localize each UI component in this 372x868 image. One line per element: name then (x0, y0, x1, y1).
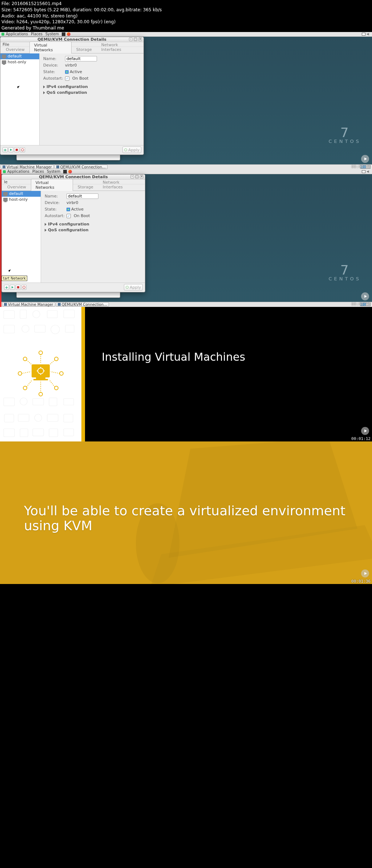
activities-icon[interactable] (3, 170, 6, 173)
stop-network-button[interactable] (16, 285, 21, 290)
meta-audio: Audio: aac, 44100 Hz, stereo (eng) (1, 13, 371, 19)
svg-point-31 (60, 372, 63, 375)
close-button[interactable]: × (140, 175, 143, 179)
add-network-button[interactable] (4, 285, 9, 290)
dialog-titlebar[interactable]: QEMU/KVM Connection Details ‐ □ × (0, 37, 143, 42)
taskbar-vmm[interactable]: Virtual Machine Manager (1, 165, 54, 169)
svg-rect-9 (65, 325, 74, 332)
network-name-default: default (9, 191, 23, 196)
delete-network-button[interactable] (21, 285, 27, 290)
autostart-checkbox[interactable] (65, 76, 69, 81)
network-details-pane: Name: Device: virbr0 State: Active Autos… (40, 53, 143, 145)
tab-network-interfaces[interactable]: Network Interfaces (98, 179, 145, 191)
apply-check-icon (126, 286, 129, 289)
video-metadata-header: File: 20160615215601.mp4 Size: 5472605 b… (0, 0, 372, 32)
label-device: Device: (45, 200, 64, 205)
expand-triangle-icon (43, 85, 45, 88)
add-network-button[interactable] (3, 147, 8, 152)
name-input[interactable] (66, 193, 98, 199)
svg-line-42 (27, 380, 32, 387)
autostart-checkbox[interactable] (66, 214, 71, 218)
timestamp: 00:00:48 (351, 302, 371, 307)
connection-details-dialog: QEMU/KVM Connection Details ‐ □ × le Ove… (1, 174, 145, 292)
places-menu[interactable]: Places (31, 32, 43, 36)
label-name: Name: (43, 56, 62, 61)
firefox-launcher-icon[interactable] (68, 170, 72, 173)
terminal-launcher-icon[interactable] (62, 32, 65, 36)
video-play-overlay-button[interactable] (361, 427, 369, 435)
taskbar-connection-details[interactable]: QEMU/KVM Connection... (54, 165, 108, 169)
timestamp: 00:00:38 (351, 164, 371, 169)
gnome-top-panel: Applications Places System (1, 169, 372, 174)
close-button[interactable]: × (138, 37, 142, 41)
centos-name: CENTOS (329, 139, 361, 144)
expand-triangle-icon (45, 229, 46, 232)
volume-icon[interactable] (367, 170, 370, 173)
dialog-tab-strip: Overview Virtual Networks Storage Networ… (0, 47, 143, 53)
label-name: Name: (45, 194, 64, 199)
ipv4-config-expander[interactable]: IPv4 configuration (43, 84, 140, 90)
apply-button[interactable]: Apply (124, 284, 143, 291)
label-state: State: (43, 69, 62, 74)
network-list: default host-only (0, 53, 40, 145)
video-play-overlay-button[interactable] (361, 292, 369, 300)
state-value: Active (70, 69, 82, 74)
volume-icon[interactable] (367, 33, 370, 36)
minimize-button[interactable]: ‐ (130, 175, 134, 179)
tab-storage[interactable]: Storage (73, 183, 98, 191)
minimize-button[interactable]: ‐ (129, 37, 133, 41)
dialog-titlebar[interactable]: QEMU/KVM Connection Details ‐ □ × (2, 175, 145, 180)
svg-rect-3 (47, 311, 57, 318)
network-item-default[interactable]: default (2, 191, 41, 197)
taskbar-vmm[interactable]: Virtual Machine Manager (2, 302, 55, 307)
firefox-launcher-icon[interactable] (67, 32, 70, 36)
taskbar-connection-details[interactable]: QEMU/KVM Connection... (56, 302, 109, 307)
start-network-button[interactable] (10, 285, 15, 290)
network-status-icon[interactable] (362, 170, 365, 173)
system-menu[interactable]: System (45, 32, 59, 36)
applications-menu[interactable]: Applications (7, 169, 29, 173)
tab-storage[interactable]: Storage (72, 46, 97, 53)
video-play-overlay-button[interactable] (361, 155, 369, 163)
centos-wallpaper-logo: 7 CENTOS (329, 125, 361, 144)
network-item-hostonly[interactable]: host-only (2, 197, 41, 203)
applications-menu[interactable]: Applications (6, 32, 28, 36)
apply-button[interactable]: Apply (122, 147, 141, 153)
tab-overview[interactable]: Overview (1, 46, 29, 53)
delete-network-button[interactable] (20, 147, 25, 152)
start-network-button[interactable] (8, 147, 13, 152)
start-network-tooltip: tart Network (1, 276, 27, 281)
network-name-hostonly: host-only (9, 197, 28, 202)
network-item-hostonly[interactable]: host-only (0, 59, 39, 65)
tab-virtual-networks[interactable]: Virtual Networks (29, 41, 72, 53)
label-autostart: Autostart: (43, 76, 62, 81)
activities-icon[interactable] (1, 33, 4, 36)
maximize-button[interactable]: □ (135, 175, 139, 179)
expand-triangle-icon (43, 91, 45, 94)
tab-network-interfaces[interactable]: Network Interfaces (97, 41, 143, 53)
svg-rect-22 (33, 429, 44, 436)
label-device: Device: (43, 63, 62, 68)
name-input[interactable] (65, 56, 97, 61)
network-item-default[interactable]: default (0, 53, 39, 59)
meta-file: File: 20160615215601.mp4 (1, 1, 371, 7)
terminal-launcher-icon[interactable] (63, 170, 67, 173)
tab-virtual-networks[interactable]: Virtual Networks (31, 179, 73, 191)
tab-overview[interactable]: Overview (3, 183, 31, 191)
stop-network-button[interactable] (14, 147, 19, 152)
places-menu[interactable]: Places (32, 169, 44, 173)
qos-config-expander[interactable]: QoS configuration (45, 227, 141, 233)
connection-details-dialog: QEMU/KVM Connection Details ‐ □ × File O… (0, 37, 144, 155)
slide-accent-bar (81, 307, 85, 441)
slide-headline: You'll be able to create a virtualized e… (24, 503, 372, 533)
video-play-overlay-button[interactable] (361, 569, 369, 577)
virtualization-hero-icon (13, 346, 68, 402)
qos-config-expander[interactable]: QoS configuration (43, 90, 140, 96)
mouse-cursor (17, 86, 21, 91)
network-status-icon[interactable] (362, 33, 365, 36)
ipv4-config-expander[interactable]: IPv4 configuration (45, 221, 141, 227)
timestamp: 00:01:36 (351, 579, 371, 584)
maximize-button[interactable]: □ (134, 37, 137, 41)
system-menu[interactable]: System (47, 169, 60, 173)
svg-point-33 (39, 392, 43, 396)
